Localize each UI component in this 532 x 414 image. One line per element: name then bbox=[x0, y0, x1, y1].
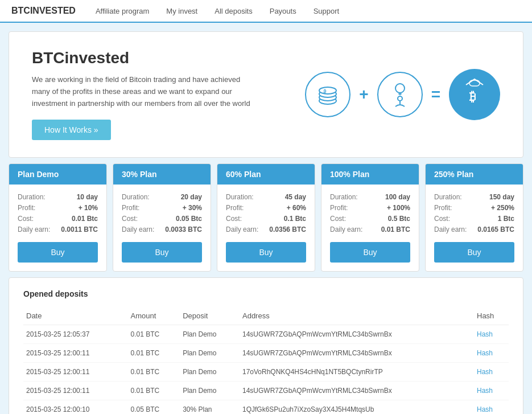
plan-100-daily: Daily earn: 0.01 BTC bbox=[330, 226, 410, 233]
plan-demo-duration: Duration: 10 day bbox=[18, 193, 98, 201]
plan-60-cost: Cost: 0.1 Btc bbox=[226, 215, 306, 223]
plan-card-60: 60% Plan Duration: 45 day Profit: + 60% … bbox=[217, 163, 315, 272]
plan-100-body: Duration: 100 day Profit: + 100% Cost: 0… bbox=[321, 185, 419, 271]
cell-hash[interactable]: Hash bbox=[474, 382, 509, 400]
plan-demo-body: Duration: 10 day Profit: + 10% Cost: 0.0… bbox=[9, 185, 106, 271]
hero-description: We are working in the field of Bitcoin t… bbox=[32, 74, 259, 109]
deposits-table: Date Amount Deposit Address Hash 2015-03… bbox=[23, 307, 509, 414]
plan-card-100: 100% Plan Duration: 100 day Profit: + 10… bbox=[321, 163, 419, 272]
table-row: 2015-03-25 12:00:11 0.01 BTC Plan Demo 1… bbox=[23, 382, 509, 400]
cell-deposit: Plan Demo bbox=[180, 325, 240, 344]
plan-30-duration: Duration: 20 day bbox=[122, 193, 202, 201]
hash-link[interactable]: Hash bbox=[477, 349, 493, 357]
btc-bag-icon: ₿ bbox=[449, 69, 500, 120]
plan-30-cost: Cost: 0.05 Btc bbox=[122, 215, 202, 223]
plan-30-header: 30% Plan bbox=[113, 164, 211, 185]
plan-card-250: 250% Plan Duration: 150 day Profit: + 25… bbox=[425, 163, 523, 272]
cell-date: 2015-03-25 12:00:10 bbox=[23, 400, 127, 414]
deposits-table-body: 2015-03-25 12:05:37 0.01 BTC Plan Demo 1… bbox=[23, 325, 509, 414]
svg-point-3 bbox=[319, 87, 336, 94]
nav-myinvest[interactable]: My invest bbox=[163, 7, 200, 15]
cell-address: 17oVoRhQNKQ4HS4cHNq1NT5BQCtynRirTP bbox=[240, 363, 474, 382]
table-row: 2015-03-25 12:00:10 0.05 BTC 30% Plan 1Q… bbox=[23, 400, 509, 414]
deposits-table-header: Date Amount Deposit Address Hash bbox=[23, 307, 509, 325]
plan-demo-header: Plan Demo bbox=[9, 164, 106, 185]
equals-icon: = bbox=[431, 85, 440, 104]
plan-demo-profit: Profit: + 10% bbox=[18, 204, 98, 212]
plan-100-duration: Duration: 100 day bbox=[330, 193, 410, 201]
svg-text:₿: ₿ bbox=[469, 89, 476, 104]
plus-icon: + bbox=[359, 85, 368, 104]
cell-deposit: Plan Demo bbox=[180, 382, 240, 400]
cell-deposit: Plan Demo bbox=[180, 363, 240, 382]
cell-date: 2015-03-25 12:00:11 bbox=[23, 382, 127, 400]
logo: BTCINVESTED bbox=[11, 6, 76, 16]
cell-address: 1QJfGk6SPu2uh7iXzoSay3X4J5H4MtqsUb bbox=[240, 400, 474, 414]
header: BTCINVESTED Affiliate program My invest … bbox=[0, 0, 532, 23]
buy-button-100[interactable]: Buy bbox=[330, 242, 410, 263]
nav-affiliate[interactable]: Affiliate program bbox=[93, 7, 152, 15]
plans-section: Plan Demo Duration: 10 day Profit: + 10%… bbox=[9, 163, 523, 272]
main-nav: Affiliate program My invest All deposits… bbox=[93, 7, 342, 15]
plan-250-duration: Duration: 150 day bbox=[434, 193, 514, 201]
plan-demo-cost: Cost: 0.01 Btc bbox=[18, 215, 98, 223]
col-amount: Amount bbox=[127, 307, 180, 325]
idea-person-icon bbox=[377, 72, 423, 117]
cell-hash[interactable]: Hash bbox=[474, 325, 509, 344]
buy-button-demo[interactable]: Buy bbox=[18, 242, 98, 263]
buy-button-250[interactable]: Buy bbox=[434, 242, 514, 263]
buy-button-30[interactable]: Buy bbox=[122, 242, 202, 263]
cell-hash[interactable]: Hash bbox=[474, 344, 509, 363]
hero-icons: ₿ + = bbox=[305, 69, 500, 120]
hero-section: BTCinvested We are working in the field … bbox=[9, 31, 523, 158]
plan-card-30: 30% Plan Duration: 20 day Profit: + 30% … bbox=[113, 163, 211, 272]
hash-link[interactable]: Hash bbox=[477, 387, 493, 395]
cell-hash[interactable]: Hash bbox=[474, 400, 509, 414]
cell-date: 2015-03-25 12:00:11 bbox=[23, 344, 127, 363]
col-address: Address bbox=[240, 307, 474, 325]
cell-date: 2015-03-25 12:00:11 bbox=[23, 363, 127, 382]
cell-deposit: Plan Demo bbox=[180, 344, 240, 363]
table-row: 2015-03-25 12:00:11 0.01 BTC Plan Demo 1… bbox=[23, 363, 509, 382]
cell-amount: 0.05 BTC bbox=[127, 400, 180, 414]
buy-button-60[interactable]: Buy bbox=[226, 242, 306, 263]
cell-date: 2015-03-25 12:05:37 bbox=[23, 325, 127, 344]
how-it-works-button[interactable]: How It Works » bbox=[32, 120, 111, 140]
logo-btc: BTC bbox=[11, 6, 30, 15]
cell-hash[interactable]: Hash bbox=[474, 363, 509, 382]
table-row: 2015-03-25 12:00:11 0.01 BTC Plan Demo 1… bbox=[23, 344, 509, 363]
cell-address: 14sUGWR7ZGbAQPmWcvmYtRMLC34bSwrnBx bbox=[240, 325, 474, 344]
plan-30-daily: Daily earn: 0.0033 BTC bbox=[122, 226, 202, 233]
nav-alldeposits[interactable]: All deposits bbox=[212, 7, 255, 15]
nav-support[interactable]: Support bbox=[311, 7, 343, 15]
deposits-title: Opened deposits bbox=[23, 289, 509, 298]
logo-invested: INVESTED bbox=[30, 6, 76, 15]
plan-60-body: Duration: 45 day Profit: + 60% Cost: 0.1… bbox=[217, 185, 315, 271]
coins-icon: ₿ bbox=[305, 72, 350, 117]
plan-100-cost: Cost: 0.5 Btc bbox=[330, 215, 410, 223]
deposits-section: Opened deposits Date Amount Deposit Addr… bbox=[9, 277, 523, 414]
plan-60-daily: Daily earn: 0.0356 BTC bbox=[226, 226, 306, 233]
plan-100-header: 100% Plan bbox=[321, 164, 419, 185]
cell-amount: 0.01 BTC bbox=[127, 382, 180, 400]
cell-address: 14sUGWR7ZGbAQPmWcvmYtRMLC34bSwrnBx bbox=[240, 344, 474, 363]
hash-link[interactable]: Hash bbox=[477, 368, 493, 376]
col-deposit: Deposit bbox=[180, 307, 240, 325]
hash-link[interactable]: Hash bbox=[477, 405, 493, 413]
plan-250-profit: Profit: + 250% bbox=[434, 204, 514, 212]
col-hash: Hash bbox=[474, 307, 509, 325]
plan-card-demo: Plan Demo Duration: 10 day Profit: + 10%… bbox=[9, 163, 107, 272]
plan-60-duration: Duration: 45 day bbox=[226, 193, 306, 201]
plan-100-profit: Profit: + 100% bbox=[330, 204, 410, 212]
plan-demo-daily: Daily earn: 0.0011 BTC bbox=[18, 226, 98, 233]
plan-60-profit: Profit: + 60% bbox=[226, 204, 306, 212]
plan-30-body: Duration: 20 day Profit: + 30% Cost: 0.0… bbox=[113, 185, 211, 271]
nav-payouts[interactable]: Payouts bbox=[267, 7, 299, 15]
hash-link[interactable]: Hash bbox=[477, 330, 493, 338]
table-row: 2015-03-25 12:05:37 0.01 BTC Plan Demo 1… bbox=[23, 325, 509, 344]
plan-30-profit: Profit: + 30% bbox=[122, 204, 202, 212]
svg-point-5 bbox=[395, 84, 405, 93]
plan-250-daily: Daily earn: 0.0165 BTC bbox=[434, 226, 514, 233]
plan-250-cost: Cost: 1 Btc bbox=[434, 215, 514, 223]
cell-amount: 0.01 BTC bbox=[127, 325, 180, 344]
